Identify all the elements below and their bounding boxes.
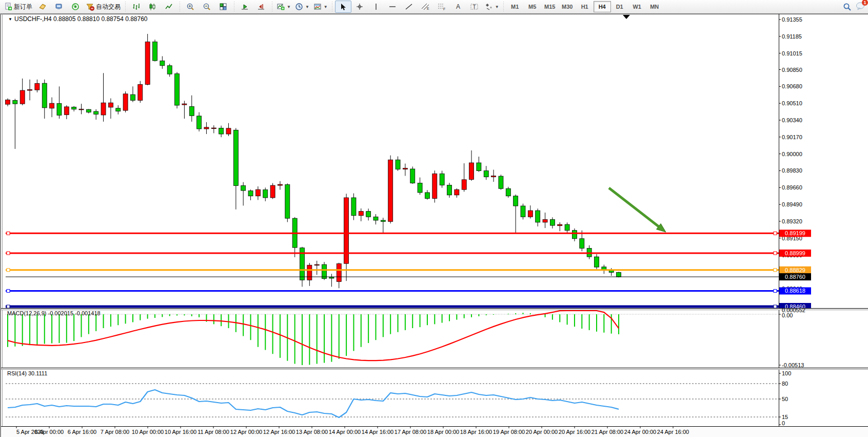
candle[interactable]	[477, 163, 481, 170]
candle[interactable]	[94, 111, 98, 114]
candle[interactable]	[175, 74, 180, 105]
search-icon[interactable]	[843, 3, 852, 11]
timeframe-m1[interactable]: M1	[506, 1, 524, 12]
timeframe-h1[interactable]: H1	[576, 1, 594, 12]
candle[interactable]	[462, 180, 466, 189]
candle[interactable]	[226, 128, 231, 134]
candle[interactable]	[440, 174, 444, 185]
line-anchor[interactable]	[7, 269, 10, 272]
market-watch-button[interactable]	[34, 1, 51, 13]
candle[interactable]	[396, 160, 400, 169]
arrows-tool-button[interactable]: ▼	[483, 1, 501, 13]
zoom-out-button[interactable]	[199, 1, 215, 13]
text-label-tool-button[interactable]: T	[466, 1, 483, 13]
candle[interactable]	[255, 189, 260, 196]
candle[interactable]	[108, 103, 113, 107]
candle[interactable]	[123, 94, 128, 110]
channel-tool-button[interactable]: E	[417, 1, 433, 13]
candle[interactable]	[572, 231, 577, 239]
candle[interactable]	[278, 184, 282, 185]
candle[interactable]	[595, 257, 599, 267]
line-anchor[interactable]	[7, 289, 10, 292]
line-anchor[interactable]	[774, 305, 777, 308]
candle[interactable]	[536, 211, 540, 222]
candle[interactable]	[322, 264, 327, 278]
candle[interactable]	[145, 42, 150, 84]
text-tool-button[interactable]: A	[450, 1, 466, 13]
tile-windows-button[interactable]	[215, 1, 231, 13]
candle-chart-mode-button[interactable]	[144, 1, 161, 13]
candle[interactable]	[314, 264, 319, 265]
candle[interactable]	[403, 168, 407, 169]
line-chart-mode-button[interactable]	[161, 1, 177, 13]
candle[interactable]	[366, 212, 371, 217]
candle[interactable]	[42, 83, 47, 108]
candle[interactable]	[307, 265, 312, 280]
candle[interactable]	[514, 196, 518, 206]
zoom-in-button[interactable]	[182, 1, 199, 13]
candle[interactable]	[388, 160, 393, 221]
candle[interactable]	[211, 128, 216, 129]
candle[interactable]	[484, 170, 488, 177]
candle[interactable]	[79, 109, 84, 110]
auto-trading-button[interactable]: 自动交易	[84, 1, 123, 13]
candle[interactable]	[263, 190, 268, 198]
candle[interactable]	[204, 127, 209, 129]
candle[interactable]	[381, 220, 385, 221]
candle[interactable]	[359, 212, 363, 216]
timeframe-m15[interactable]: M15	[541, 1, 559, 12]
candle[interactable]	[86, 109, 91, 112]
candle[interactable]	[558, 224, 562, 226]
candle[interactable]	[57, 104, 62, 116]
candle[interactable]	[580, 239, 584, 249]
line-anchor[interactable]	[774, 289, 777, 292]
candle[interactable]	[270, 185, 275, 198]
candle[interactable]	[491, 176, 496, 177]
candle[interactable]	[550, 219, 555, 225]
candle[interactable]	[410, 169, 415, 183]
notifications-button[interactable]: 1	[856, 2, 865, 12]
line-anchor[interactable]	[774, 252, 777, 255]
candle[interactable]	[138, 84, 143, 100]
candle[interactable]	[72, 107, 76, 109]
candle[interactable]	[130, 94, 135, 100]
candle[interactable]	[241, 185, 246, 191]
candle[interactable]	[101, 103, 106, 115]
candle[interactable]	[64, 107, 69, 115]
candle[interactable]	[6, 100, 10, 104]
trendline-tool-button[interactable]	[401, 1, 417, 13]
candle[interactable]	[50, 103, 54, 108]
candle[interactable]	[248, 191, 253, 196]
new-order-button[interactable]: 新订单	[2, 1, 34, 13]
timeframe-mn[interactable]: MN	[646, 1, 663, 12]
timeframe-m30[interactable]: M30	[559, 1, 576, 12]
vline-tool-button[interactable]	[368, 1, 384, 13]
candle[interactable]	[425, 193, 429, 199]
crosshair-tool-button[interactable]	[351, 1, 368, 13]
candle[interactable]	[373, 217, 378, 220]
candle[interactable]	[565, 224, 569, 231]
cursor-tool-button[interactable]	[335, 1, 351, 13]
candle[interactable]	[28, 90, 32, 91]
candle[interactable]	[506, 188, 510, 196]
chart-canvas[interactable]: 0.913550.911850.910150.908500.906800.905…	[1, 14, 868, 437]
candle[interactable]	[197, 116, 202, 129]
bar-chart-mode-button[interactable]	[128, 1, 144, 13]
candle[interactable]	[499, 176, 503, 188]
timeframe-h4[interactable]: H4	[594, 1, 611, 12]
signals-button[interactable]	[67, 1, 84, 13]
candle[interactable]	[35, 84, 40, 90]
line-anchor[interactable]	[7, 252, 10, 255]
candle[interactable]	[167, 66, 172, 74]
candle[interactable]	[337, 264, 341, 282]
candle[interactable]	[153, 42, 157, 61]
candle[interactable]	[447, 185, 452, 195]
timeframe-d1[interactable]: D1	[611, 1, 628, 12]
candle[interactable]	[329, 277, 334, 278]
candle[interactable]	[418, 183, 422, 193]
hline-tool-button[interactable]	[384, 1, 401, 13]
panel-splitter-band[interactable]	[1, 309, 868, 310]
candle[interactable]	[455, 189, 459, 195]
panel-splitter-band[interactable]	[1, 368, 868, 369]
templates-button[interactable]: ▼	[311, 1, 330, 13]
